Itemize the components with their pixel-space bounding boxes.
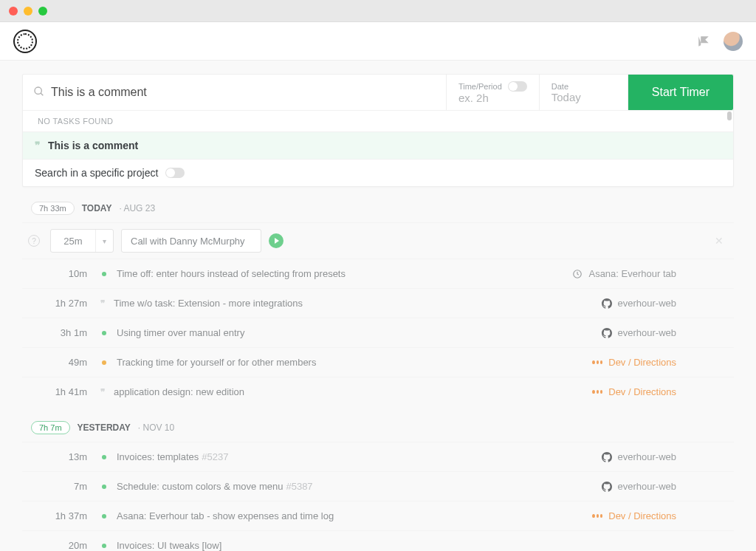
- entry-task-text: Asana: Everhour tab - show expenses and …: [117, 510, 588, 521]
- start-timer-button[interactable]: Start Timer: [628, 75, 733, 110]
- entry-task-text: Using timer over manual entry: [117, 327, 597, 338]
- suggestion-comment[interactable]: ❞ This is a comment: [23, 131, 733, 159]
- project-label[interactable]: Asana: Everhour tab: [572, 268, 728, 279]
- time-entry-row[interactable]: 3h 1mUsing timer over manual entryeverho…: [22, 318, 734, 347]
- time-entry-row[interactable]: 1h 27m❞Time w/o task: Extension - more i…: [22, 288, 734, 318]
- github-icon: [602, 482, 612, 492]
- date-label: Date: [551, 82, 616, 91]
- time-period-toggle[interactable]: [508, 81, 527, 92]
- status-dot: [102, 455, 106, 459]
- asana-icon: [592, 511, 602, 521]
- time-entry-row[interactable]: 10mTime off: enter hours instead of sele…: [22, 259, 734, 288]
- github-icon: [602, 452, 612, 462]
- window-chrome: [0, 0, 756, 22]
- app-top-bar: [0, 22, 756, 61]
- github-icon: [602, 328, 612, 338]
- new-entry-card: Time/Period ex. 2h Date Today Start Time…: [22, 74, 734, 187]
- section-yesterday-header: 7h 7m YESTERDAY · NOV 10: [22, 406, 734, 442]
- chevron-down-icon[interactable]: ▾: [95, 230, 113, 252]
- entry-task-text: Schedule: custom colors & move menu#5387: [117, 481, 597, 492]
- running-duration-box[interactable]: 25m ▾: [50, 229, 114, 253]
- status-dot: [102, 514, 106, 519]
- date-value: Today: [551, 91, 616, 103]
- status-dot: [102, 272, 106, 276]
- minimize-window-dot[interactable]: [24, 7, 32, 16]
- today-label: TODAY: [82, 203, 112, 213]
- status-dot: [102, 331, 106, 335]
- time-entry-row[interactable]: 7mSchedule: custom colors & move menu#53…: [22, 471, 734, 501]
- section-today-header: 7h 33m TODAY · AUG 23: [22, 187, 734, 222]
- time-entry-row[interactable]: 49mTracking time for yourself or for oth…: [22, 347, 734, 377]
- running-timer-row: ? 25m ▾ Call with Danny McMurphy ✕: [22, 222, 734, 259]
- today-total-badge: 7h 33m: [31, 202, 75, 215]
- close-window-dot[interactable]: [9, 7, 18, 16]
- project-label[interactable]: everhour-web: [602, 451, 729, 462]
- info-icon[interactable]: ?: [28, 235, 40, 247]
- yesterday-total-badge: 7h 7m: [31, 421, 70, 434]
- entry-duration: 1h 27m: [28, 298, 87, 309]
- time-period-field[interactable]: Time/Period ex. 2h: [447, 75, 540, 110]
- search-project-label: Search in a specific project: [35, 167, 158, 179]
- suggestion-search-project[interactable]: Search in a specific project: [23, 159, 733, 186]
- project-label[interactable]: Dev / Directions: [592, 386, 728, 397]
- svg-line-1: [41, 93, 43, 95]
- running-task-box[interactable]: Call with Danny McMurphy: [121, 229, 261, 253]
- user-avatar[interactable]: [724, 32, 743, 51]
- task-input[interactable]: [51, 86, 436, 99]
- status-dot: [102, 544, 106, 548]
- asana-icon: [592, 357, 602, 368]
- status-dot: [102, 485, 106, 489]
- entry-duration: 49m: [28, 357, 87, 368]
- entry-duration: 13m: [28, 451, 87, 462]
- project-label[interactable]: everhour-web: [602, 481, 729, 492]
- suggestion-comment-text: This is a comment: [48, 140, 138, 151]
- yesterday-date: NOV 10: [143, 422, 175, 433]
- svg-point-0: [35, 87, 41, 94]
- time-period-label: Time/Period: [458, 82, 502, 91]
- play-button[interactable]: [269, 233, 284, 248]
- time-period-placeholder: ex. 2h: [458, 92, 527, 104]
- yesterday-label: YESTERDAY: [78, 422, 131, 433]
- running-duration: 25m: [51, 236, 95, 247]
- dismiss-running-icon[interactable]: ✕: [715, 235, 724, 247]
- time-entry-row[interactable]: 1h 37mAsana: Everhour tab - show expense…: [22, 501, 734, 530]
- project-label[interactable]: everhour-web: [602, 298, 729, 309]
- time-entry-row[interactable]: 20mInvoices: UI tweaks [low]: [22, 530, 734, 551]
- entry-duration: 10m: [28, 268, 87, 279]
- asana-icon: [592, 387, 602, 397]
- github-icon: [602, 298, 612, 309]
- entry-duration: 20m: [28, 540, 87, 551]
- entry-task-text: Invoices: UI tweaks [low]: [117, 540, 728, 551]
- time-entry-row[interactable]: 13mInvoices: templates#5237everhour-web: [22, 442, 734, 471]
- entry-duration: 1h 41m: [28, 386, 87, 397]
- date-field[interactable]: Date Today: [540, 75, 628, 110]
- scrollbar-thumb[interactable]: [727, 112, 732, 120]
- entry-task-text: Invoices: templates#5237: [117, 451, 597, 462]
- quote-icon: ❞: [100, 387, 105, 397]
- app-logo[interactable]: [13, 30, 37, 53]
- search-project-toggle[interactable]: [165, 168, 185, 178]
- entry-duration: 7m: [28, 481, 87, 492]
- maximize-window-dot[interactable]: [38, 7, 47, 16]
- project-label[interactable]: Dev / Directions: [592, 510, 728, 521]
- no-tasks-found-label: NO TASKS FOUND: [23, 110, 733, 131]
- today-date: AUG 23: [123, 203, 155, 213]
- quote-icon: ❞: [35, 140, 41, 151]
- clock-icon: [572, 269, 583, 279]
- time-entry-row[interactable]: 1h 41m❞application design: new editionDe…: [22, 377, 734, 406]
- project-label[interactable]: everhour-web: [602, 327, 729, 338]
- running-task-text: Call with Danny McMurphy: [131, 236, 245, 247]
- entry-task-text: application design: new edition: [114, 386, 588, 397]
- search-icon: [33, 86, 45, 100]
- status-dot: [102, 360, 106, 365]
- entry-task-text: Tracking time for yourself or for other …: [117, 357, 588, 368]
- entry-duration: 1h 37m: [28, 510, 87, 521]
- entry-task-text: Time off: enter hours instead of selecti…: [117, 268, 568, 279]
- notifications-icon[interactable]: [697, 35, 710, 48]
- quote-icon: ❞: [100, 298, 105, 309]
- project-label[interactable]: Dev / Directions: [592, 357, 728, 368]
- entry-task-text: Time w/o task: Extension - more integrat…: [114, 298, 597, 309]
- entry-duration: 3h 1m: [28, 327, 87, 338]
